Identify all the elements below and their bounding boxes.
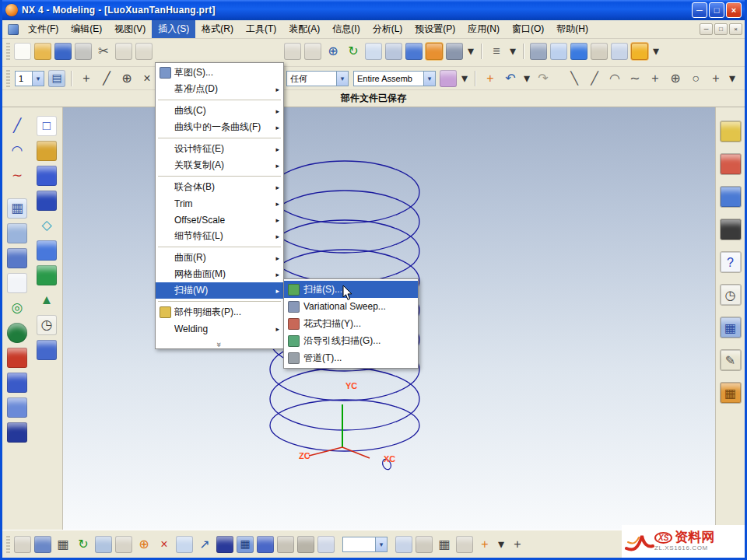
- unite-icon[interactable]: [37, 265, 57, 285]
- orient-view-button[interactable]: [426, 43, 443, 60]
- box-alt-button[interactable]: [297, 536, 314, 553]
- layer-settings-button[interactable]: ▤: [48, 70, 65, 87]
- menu-format[interactable]: 格式(R): [195, 20, 240, 38]
- drafting-button[interactable]: [304, 43, 321, 60]
- view-palette-icon[interactable]: [720, 186, 742, 208]
- help-icon[interactable]: ?: [720, 251, 742, 273]
- new-file-button[interactable]: [14, 43, 31, 60]
- menu-item-detail-feature[interactable]: 细节特征(L)▸: [156, 228, 283, 244]
- refresh-button[interactable]: ↻: [75, 536, 92, 553]
- snapshot-button[interactable]: [365, 43, 382, 60]
- menu-view[interactable]: 视图(V): [108, 20, 152, 38]
- selection-filter-combo[interactable]: 任何 ▾: [286, 71, 349, 86]
- menu-item-surface[interactable]: 曲面(R)▸: [156, 250, 283, 266]
- menu-item-offset-scale[interactable]: Offset/Scale▸: [156, 212, 283, 228]
- snap-midpoint-button[interactable]: ⊕: [118, 70, 135, 87]
- redo-button[interactable]: ↷: [535, 70, 552, 87]
- menu-item-part-list[interactable]: 部件明细表(P)...: [156, 304, 283, 320]
- layer-combo[interactable]: 1 ▾: [15, 71, 44, 86]
- book-icon[interactable]: [37, 191, 57, 211]
- select-tool-button[interactable]: [14, 536, 31, 553]
- expand-button[interactable]: ⊕: [135, 536, 153, 553]
- menu-item-datum-point[interactable]: 基准/点(D)▸: [156, 81, 283, 97]
- dropdown-arrow-icon[interactable]: ▾: [496, 536, 506, 553]
- close-button[interactable]: ×: [726, 2, 742, 18]
- layers-palette-icon[interactable]: [720, 153, 742, 175]
- box-light-button[interactable]: [416, 536, 433, 553]
- open-file-button[interactable]: [34, 43, 51, 60]
- plus-button[interactable]: +: [509, 536, 526, 553]
- menu-file[interactable]: 文件(F): [22, 20, 65, 38]
- paste-button[interactable]: [135, 43, 153, 60]
- menu-application[interactable]: 应用(N): [461, 20, 506, 38]
- menu-item-mesh-surface[interactable]: 网格曲面(M)▸: [156, 266, 283, 282]
- plus-tool-button[interactable]: +: [707, 70, 724, 87]
- circle-center-tool-button[interactable]: ⊕: [667, 70, 684, 87]
- notes-icon[interactable]: ✎: [720, 349, 742, 371]
- print-button[interactable]: [75, 43, 92, 60]
- cylinder-icon[interactable]: [7, 422, 27, 443]
- menu-item-sketch[interactable]: 草图(S)...: [156, 65, 283, 81]
- dropdown-arrow-icon[interactable]: ▾: [651, 43, 661, 60]
- chart-icon[interactable]: ▦: [720, 382, 742, 404]
- point-tool-button[interactable]: +: [647, 70, 664, 87]
- menu-window[interactable]: 窗口(O): [506, 20, 550, 38]
- cube-navy-button[interactable]: [216, 536, 233, 553]
- menu-information[interactable]: 信息(I): [326, 20, 366, 38]
- role-button[interactable]: [611, 43, 628, 60]
- wireframe-view-button[interactable]: [385, 43, 402, 60]
- boss-icon[interactable]: [7, 373, 27, 393]
- menu-expand-chevron[interactable]: »: [156, 337, 283, 347]
- role-cap-icon[interactable]: [720, 219, 742, 240]
- shaded-cube-icon[interactable]: [37, 240, 57, 261]
- copy-button[interactable]: [115, 43, 132, 60]
- block-icon[interactable]: [7, 348, 27, 368]
- text-icon[interactable]: [7, 273, 27, 293]
- cut-button[interactable]: ✂: [95, 43, 112, 60]
- snap-intersection-button[interactable]: ×: [139, 70, 156, 87]
- snap-point-button[interactable]: +: [78, 70, 95, 87]
- grid-blue-button[interactable]: ▦: [237, 536, 254, 553]
- cube-blue-button[interactable]: [257, 536, 274, 553]
- load-options-button[interactable]: [440, 70, 457, 87]
- tube-icon[interactable]: [37, 141, 57, 161]
- arrow-button[interactable]: ↗: [196, 536, 213, 553]
- command-finder-button[interactable]: [591, 43, 608, 60]
- dropdown-arrow-icon[interactable]: ▾: [460, 70, 469, 87]
- zoom-window-button[interactable]: ⊕: [324, 43, 342, 60]
- cube-icon[interactable]: [37, 340, 57, 360]
- titlebar[interactable]: NX 4 - Modeling - [LuoXuanTanHuang.prt] …: [2, 0, 745, 20]
- sketch-icon[interactable]: ▦: [7, 198, 27, 219]
- circle-tool-button[interactable]: ○: [687, 70, 704, 87]
- datum-plane-icon[interactable]: [7, 223, 27, 243]
- menu-preferences[interactable]: 预设置(P): [409, 20, 461, 38]
- menu-edit[interactable]: 编辑(E): [65, 20, 108, 38]
- spline-tool-button[interactable]: ∼: [626, 70, 644, 87]
- move-component-button[interactable]: +: [482, 70, 499, 87]
- save-button[interactable]: [54, 43, 72, 60]
- glasses-button[interactable]: [570, 43, 587, 60]
- snap-endpoint-button[interactable]: ╱: [98, 70, 115, 87]
- menu-help[interactable]: 帮助(H): [550, 20, 594, 38]
- datum-csys-icon[interactable]: [7, 248, 27, 268]
- bottom-combo[interactable]: ▾: [342, 537, 388, 552]
- wireframe-cube-icon[interactable]: ◇: [37, 215, 57, 236]
- tool-gray-button[interactable]: [115, 536, 132, 553]
- dropdown-arrow-icon[interactable]: ▾: [728, 70, 737, 87]
- mdi-restore-button[interactable]: □: [714, 23, 728, 35]
- dropdown-arrow-icon[interactable]: ▾: [466, 43, 475, 60]
- close-x-button[interactable]: ×: [156, 536, 173, 553]
- menu-item-curve[interactable]: 曲线(C)▸: [156, 103, 283, 119]
- restore-button[interactable]: □: [709, 2, 724, 18]
- spreadsheet-button[interactable]: [284, 43, 301, 60]
- spreadsheet-icon[interactable]: ▦: [720, 317, 742, 338]
- submenu-item-sweep-along-guide[interactable]: 沿导引线扫描(G)...: [284, 332, 418, 349]
- line-tool-button[interactable]: ╲: [566, 70, 583, 87]
- menu-item-trim[interactable]: Trim▸: [156, 195, 283, 212]
- combo-dropdown-icon[interactable]: ▾: [375, 537, 387, 551]
- menu-analysis[interactable]: 分析(L): [366, 20, 409, 38]
- menu-assemblies[interactable]: 装配(A): [282, 20, 326, 38]
- menu-item-associative-copy[interactable]: 关联复制(A)▸: [156, 157, 283, 173]
- screen-button[interactable]: [95, 536, 112, 553]
- combo-dropdown-icon[interactable]: ▾: [32, 72, 44, 86]
